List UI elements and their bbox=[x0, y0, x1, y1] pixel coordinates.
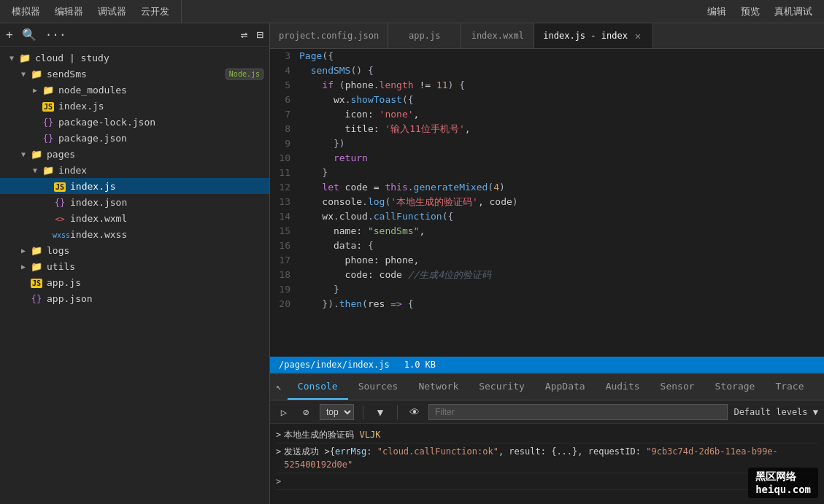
tree-arrow-icon[interactable]: ▶ bbox=[18, 247, 29, 255]
tab-label: project.config.json bbox=[279, 31, 379, 41]
more-options-icon[interactable]: ··· bbox=[45, 28, 66, 42]
tree-item-index[interactable]: ▼📁index bbox=[0, 162, 269, 178]
devtools-tab-audits[interactable]: Audits bbox=[596, 373, 650, 400]
devtools-tab-storage[interactable]: Storage bbox=[705, 373, 766, 400]
top-toolbar: 模拟器 编辑器 调试器 云开发 编辑 预览 真机调试 bbox=[0, 0, 824, 23]
tree-arrow-icon[interactable]: ▶ bbox=[29, 86, 41, 94]
devtools-tab-wxml[interactable]: Wxml bbox=[815, 373, 824, 400]
toolbar-debugger[interactable]: 调试器 bbox=[98, 5, 126, 18]
tree-item-index-js[interactable]: JSindex.js bbox=[0, 178, 269, 194]
devtools-tab-sensor[interactable]: Sensor bbox=[650, 373, 705, 400]
file-tree: ▼📁cloud | study▼📁sendSmsNode.js▶📁node_mo… bbox=[0, 47, 269, 504]
tree-item-cloud---study[interactable]: ▼📁cloud | study bbox=[0, 50, 269, 66]
code-line: 3Page({ bbox=[270, 49, 824, 63]
devtools-tab-trace[interactable]: Trace bbox=[765, 373, 814, 400]
split-icon[interactable]: ⇌ bbox=[241, 28, 248, 42]
tree-arrow-icon[interactable]: ▶ bbox=[18, 263, 29, 271]
line-content: phone: phone, bbox=[299, 253, 824, 268]
file-name-label: index bbox=[58, 165, 269, 176]
console-prefix: > bbox=[276, 445, 281, 458]
add-icon[interactable]: + bbox=[6, 28, 13, 42]
toolbar-divider bbox=[363, 405, 363, 419]
tree-item-index-js[interactable]: JSindex.js bbox=[0, 98, 269, 114]
toolbar-preview[interactable]: 预览 bbox=[741, 5, 760, 18]
devtools-tab-security[interactable]: Security bbox=[469, 373, 535, 400]
line-content: title: '输入11位手机号', bbox=[299, 122, 824, 136]
toolbar-divider2 bbox=[397, 405, 398, 419]
line-number: 15 bbox=[270, 224, 299, 239]
tree-item-index-json[interactable]: {}index.json bbox=[0, 194, 269, 210]
tab-close-button[interactable]: ✕ bbox=[632, 30, 644, 42]
file-name-label: node_modules bbox=[58, 85, 269, 96]
tab-index-js[interactable]: index.js - index✕ bbox=[534, 23, 653, 48]
tree-item-package-json[interactable]: {}package.json bbox=[0, 130, 269, 146]
toolbar-real-device[interactable]: 真机调试 bbox=[774, 5, 812, 18]
console-text: 本地生成的验证码 VLJK bbox=[284, 428, 818, 441]
line-content: if (phone.length != 11) { bbox=[299, 78, 824, 93]
line-number: 5 bbox=[270, 78, 299, 93]
status-bar: /pages/index/index.js 1.0 KB bbox=[270, 357, 824, 373]
line-number: 16 bbox=[270, 239, 299, 253]
line-number: 8 bbox=[270, 122, 299, 136]
file-name-label: index.json bbox=[70, 197, 269, 208]
console-output: >本地生成的验证码 VLJK>发送成功 >{errMsg: "cloud.cal… bbox=[270, 424, 824, 504]
toolbar-editor[interactable]: 编辑器 bbox=[55, 5, 83, 18]
tree-item-index-wxss[interactable]: wxssindex.wxss bbox=[0, 226, 269, 242]
tree-item-utils[interactable]: ▶📁utils bbox=[0, 258, 269, 274]
tree-item-app-json[interactable]: {}app.json bbox=[0, 290, 269, 306]
tree-item-package-lock-json[interactable]: {}package-lock.json bbox=[0, 114, 269, 130]
tree-item-app-js[interactable]: JSapp.js bbox=[0, 274, 269, 290]
tree-item-node-modules[interactable]: ▶📁node_modules bbox=[0, 82, 269, 98]
tree-item-sendsms[interactable]: ▼📁sendSmsNode.js bbox=[0, 66, 269, 82]
collapse-icon[interactable]: ⊟ bbox=[256, 28, 263, 42]
file-name-label: index.wxml bbox=[70, 213, 269, 224]
status-size: 1.0 KB bbox=[404, 360, 436, 370]
tab-project-config-json[interactable]: project.config.json bbox=[270, 23, 388, 48]
line-number: 19 bbox=[270, 282, 299, 297]
line-content: return bbox=[299, 151, 824, 166]
file-type-icon: 📁 bbox=[41, 85, 55, 96]
line-number: 6 bbox=[270, 93, 299, 107]
stop-icon[interactable]: ⊘ bbox=[298, 404, 314, 420]
code-editor[interactable]: 3Page({4 sendSMS() {5 if (phone.length !… bbox=[270, 49, 824, 357]
toolbar-simulator[interactable]: 模拟器 bbox=[12, 5, 40, 18]
devtools-tab-network[interactable]: Network bbox=[408, 373, 469, 400]
filter-input[interactable] bbox=[428, 404, 728, 420]
watermark: 黑区网络heiqu.com bbox=[748, 468, 818, 498]
devtools-tab-console[interactable]: Console bbox=[288, 373, 348, 400]
toolbar-cloud[interactable]: 云开发 bbox=[141, 5, 169, 18]
tree-item-logs[interactable]: ▶📁logs bbox=[0, 242, 269, 258]
line-number: 13 bbox=[270, 195, 299, 209]
play-icon[interactable]: ▷ bbox=[276, 404, 292, 420]
file-type-icon: JS bbox=[41, 101, 55, 112]
console-text: 发送成功 >{errMsg: "cloud.callFunction:ok", … bbox=[284, 445, 818, 471]
context-select[interactable]: top bbox=[320, 404, 354, 420]
line-number: 12 bbox=[270, 180, 299, 195]
line-content: sendSMS() { bbox=[299, 63, 824, 78]
devtools-pointer-icon[interactable]: ↖ bbox=[270, 373, 288, 400]
line-number: 17 bbox=[270, 253, 299, 268]
file-name-label: package-lock.json bbox=[58, 117, 269, 128]
down-arrow-icon[interactable]: ▼ bbox=[372, 404, 388, 420]
eye-icon[interactable]: 👁 bbox=[407, 404, 423, 420]
tree-item-index-wxml[interactable]: <>index.wxml bbox=[0, 210, 269, 226]
code-line: 7 icon: 'none', bbox=[270, 107, 824, 122]
file-name-label: sendSms bbox=[47, 69, 226, 80]
line-number: 7 bbox=[270, 107, 299, 122]
tab-label: index.wxml bbox=[471, 31, 524, 41]
devtools-tab-appdata[interactable]: AppData bbox=[535, 373, 596, 400]
tree-arrow-icon[interactable]: ▼ bbox=[29, 166, 41, 174]
code-line: 6 wx.showToast({ bbox=[270, 93, 824, 107]
code-line: 18 code: code //生成4位的验证码 bbox=[270, 268, 824, 282]
tree-item-pages[interactable]: ▼📁pages bbox=[0, 146, 269, 162]
file-name-label: logs bbox=[47, 245, 269, 256]
tree-arrow-icon[interactable]: ▼ bbox=[18, 150, 29, 158]
default-levels[interactable]: Default levels ▼ bbox=[733, 407, 818, 417]
search-icon[interactable]: 🔍 bbox=[22, 28, 36, 42]
tree-arrow-icon[interactable]: ▼ bbox=[6, 54, 18, 62]
tab-index-wxml[interactable]: index.wxml bbox=[461, 23, 534, 48]
tab-app-js[interactable]: app.js bbox=[388, 23, 461, 48]
tree-arrow-icon[interactable]: ▼ bbox=[18, 70, 29, 78]
devtools-tab-sources[interactable]: Sources bbox=[348, 373, 409, 400]
toolbar-edit[interactable]: 编辑 bbox=[707, 5, 726, 18]
